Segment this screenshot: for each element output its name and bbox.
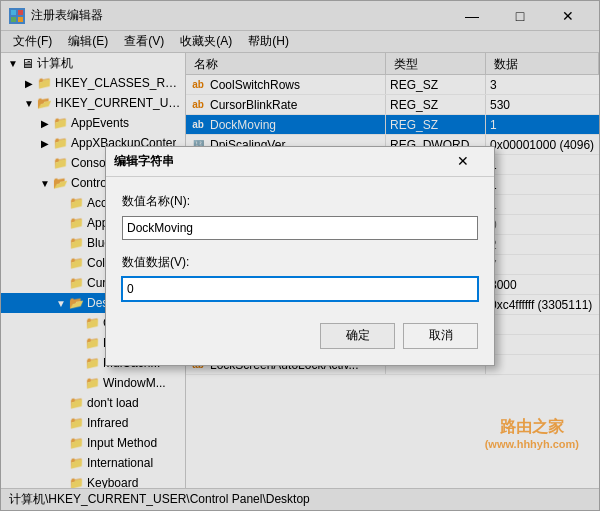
modal-buttons: 确定 取消: [122, 323, 478, 349]
modal-title: 编辑字符串: [114, 153, 440, 170]
modal-title-bar: 编辑字符串 ✕: [106, 147, 494, 177]
modal-close-button[interactable]: ✕: [440, 149, 486, 173]
modal-name-input[interactable]: [122, 216, 478, 240]
modal-dialog: 编辑字符串 ✕ 数值名称(N): 数值数据(V): 确定 取消: [105, 146, 495, 366]
modal-cancel-button[interactable]: 取消: [403, 323, 478, 349]
modal-body: 数值名称(N): 数值数据(V): 确定 取消: [106, 177, 494, 365]
modal-data-label: 数值数据(V):: [122, 254, 478, 271]
modal-name-label: 数值名称(N):: [122, 193, 478, 210]
main-window: 注册表编辑器 — □ ✕ 文件(F) 编辑(E) 查看(V) 收藏夹(A) 帮助…: [0, 0, 600, 511]
modal-overlay: 编辑字符串 ✕ 数值名称(N): 数值数据(V): 确定 取消: [1, 1, 599, 510]
modal-ok-button[interactable]: 确定: [320, 323, 395, 349]
modal-data-input[interactable]: [122, 277, 478, 301]
